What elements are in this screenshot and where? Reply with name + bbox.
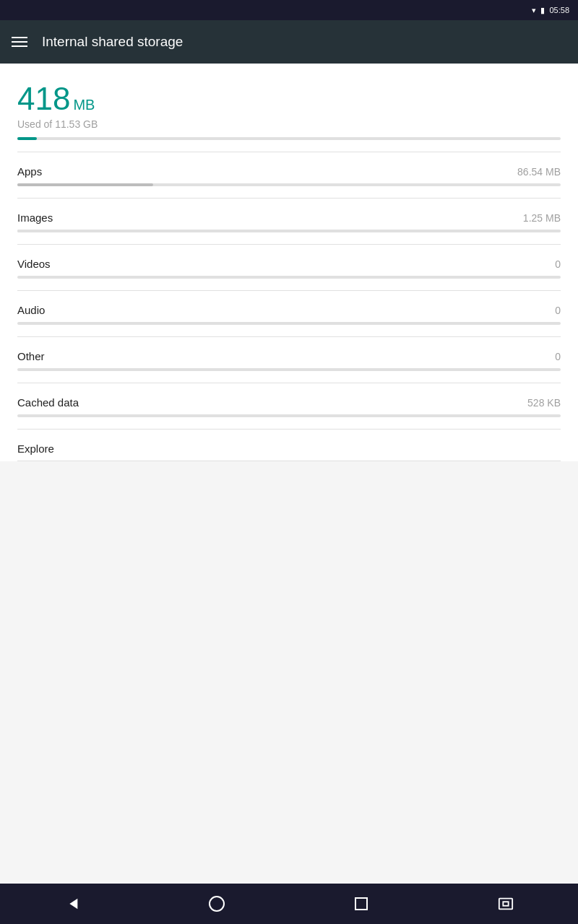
- audio-label: Audio: [17, 304, 45, 316]
- total-progress-bar: [17, 137, 561, 140]
- svg-rect-1: [499, 899, 512, 910]
- wifi-icon: ▾: [532, 6, 536, 15]
- images-bar-fill: [17, 230, 23, 232]
- screenshot-button[interactable]: [484, 889, 527, 918]
- status-bar: ▾ ▮ 05:58: [0, 0, 578, 20]
- other-value: 0: [555, 351, 561, 362]
- images-row: Images 1.25 MB: [17, 199, 561, 230]
- audio-bar: [17, 322, 561, 325]
- videos-value: 0: [555, 258, 561, 270]
- home-button[interactable]: [195, 889, 238, 918]
- cached-row: Cached data 528 KB: [17, 383, 561, 414]
- apps-bar-fill: [17, 183, 153, 186]
- videos-row: Videos 0: [17, 245, 561, 276]
- status-icons: ▾ ▮ 05:58: [532, 6, 569, 15]
- svg-rect-2: [503, 902, 508, 906]
- recents-button[interactable]: [340, 889, 383, 918]
- cached-value: 528 KB: [527, 397, 561, 409]
- audio-value: 0: [555, 305, 561, 316]
- apps-value: 86.54 MB: [517, 166, 561, 178]
- svg-marker-0: [69, 899, 77, 910]
- battery-icon: ▮: [540, 6, 545, 15]
- storage-item-cached[interactable]: Cached data 528 KB: [0, 383, 578, 417]
- time-display: 05:58: [549, 6, 569, 14]
- videos-label: Videos: [17, 258, 51, 270]
- cached-bar: [17, 414, 561, 417]
- storage-mb-unit: MB: [73, 97, 95, 113]
- total-progress-fill: [17, 137, 37, 140]
- storage-item-images[interactable]: Images 1.25 MB: [0, 199, 578, 232]
- storage-list: Apps 86.54 MB Images 1.25 MB Videos 0: [0, 152, 578, 461]
- storage-item-audio[interactable]: Audio 0: [0, 291, 578, 325]
- images-bar: [17, 230, 561, 232]
- storage-size-display: 418 MB: [17, 81, 561, 117]
- storage-item-videos[interactable]: Videos 0: [0, 245, 578, 279]
- apps-bar: [17, 183, 561, 186]
- explore-label: Explore: [17, 443, 54, 455]
- apps-label: Apps: [17, 165, 42, 178]
- explore-row: Explore: [17, 430, 561, 461]
- apps-row: Apps 86.54 MB: [17, 152, 561, 183]
- back-button[interactable]: [51, 889, 94, 918]
- main-content: 418 MB Used of 11.53 GB Apps 86.54 MB Im…: [0, 64, 578, 884]
- videos-bar: [17, 276, 561, 279]
- storage-item-explore[interactable]: Explore: [0, 430, 578, 461]
- storage-item-other[interactable]: Other 0: [0, 337, 578, 371]
- storage-header: 418 MB Used of 11.53 GB: [0, 64, 578, 152]
- storage-item-apps[interactable]: Apps 86.54 MB: [0, 152, 578, 186]
- home-circle-icon: [209, 896, 225, 912]
- other-bar: [17, 368, 561, 371]
- page-title: Internal shared storage: [42, 34, 183, 50]
- images-label: Images: [17, 212, 53, 224]
- other-label: Other: [17, 350, 45, 362]
- other-row: Other 0: [17, 337, 561, 368]
- divider-7: [17, 461, 561, 461]
- top-bar: Internal shared storage: [0, 20, 578, 64]
- hamburger-menu-button[interactable]: [12, 37, 27, 47]
- audio-row: Audio 0: [17, 291, 561, 322]
- recents-square-icon: [355, 897, 368, 910]
- cached-label: Cached data: [17, 396, 79, 409]
- storage-mb-number: 418: [17, 81, 70, 117]
- images-value: 1.25 MB: [523, 212, 561, 224]
- bottom-nav: [0, 884, 578, 924]
- storage-used-label: Used of 11.53 GB: [17, 118, 561, 130]
